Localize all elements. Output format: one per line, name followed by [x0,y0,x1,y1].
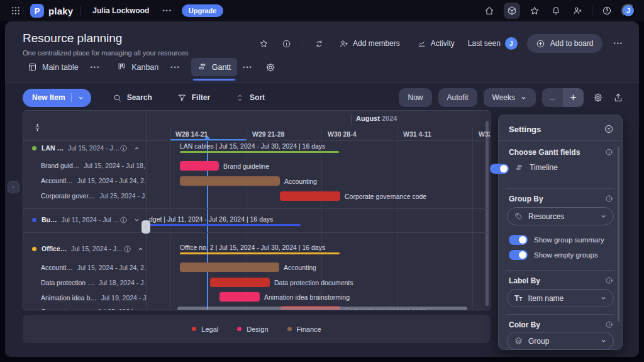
plaky-logo[interactable]: P plaky [30,4,73,18]
sync-button[interactable] [313,37,326,50]
kanban-menu-button[interactable]: ••• [169,62,182,72]
collapse-item-list-handle[interactable] [142,220,150,234]
vertical-scrollbar[interactable] [486,121,489,306]
group-row[interactable]: LAN … Jul 15, 2024 - J… [23,141,147,155]
board-menu-button[interactable]: ••• [612,38,625,48]
info-icon[interactable] [605,276,613,285]
add-members-label: Add members [353,39,400,48]
chevron-right-icon [12,184,15,191]
group-row[interactable]: Office… Jul 15, 2024 - J… [23,242,147,256]
zoom-in-button[interactable]: + [563,88,584,107]
chevron-up-icon[interactable] [133,145,140,152]
group-summary-bar[interactable] [180,151,339,153]
item-row[interactable]: Data protection … Jul 18, 2024 - J… [23,276,147,290]
info-icon[interactable] [119,216,128,224]
favorite-board-button[interactable] [257,37,270,50]
last-seen[interactable]: Last seen J [468,37,518,50]
user-avatar[interactable]: J [621,4,635,18]
gantt-bar[interactable] [180,161,219,171]
item-row[interactable]: Animation idea b… Jul 19, 2024 - J… [23,291,147,305]
settings-scrollbar[interactable] [618,147,619,322]
board-info-button[interactable] [280,37,293,50]
notifications-button[interactable] [549,4,563,18]
views-settings-button[interactable] [264,60,277,74]
filter-button[interactable]: Filter [174,93,214,103]
gantt-bar-label: Accounting [284,178,317,185]
item-row[interactable]: Accounti… Jul 15, 2024 - Jul 24, 2… [23,174,147,188]
info-icon[interactable] [605,148,613,156]
item-name: Brand guid… [41,162,79,169]
view-tabs: Main table ••• Kanban ••• Gantt ••• [21,58,277,76]
group-summary-bar[interactable] [147,224,301,226]
settings-title: Settings [509,125,541,134]
expand-sidebar-handle[interactable] [8,181,19,193]
activity-button[interactable]: Activity [413,38,458,49]
legend-label: Design [247,325,268,333]
export-button[interactable] [611,91,625,105]
tab-gantt[interactable]: Gantt [191,58,238,76]
group-color-dot [32,247,36,251]
info-icon[interactable] [119,144,128,152]
layers-icon [514,337,523,345]
timeline-field-toggle[interactable] [490,164,509,174]
chevron-up-icon[interactable] [137,246,144,252]
upgrade-button[interactable]: Upgrade [182,4,224,17]
item-row[interactable]: Corporate gover… Jul 25, 2024 - J… [23,189,147,203]
show-group-summary-row: Show group summary [509,235,604,245]
tab-main-table[interactable]: Main table [21,58,85,76]
close-settings-button[interactable] [602,122,616,136]
label-by-select[interactable]: TT Item name [507,289,614,307]
search-button[interactable]: Search [109,93,156,103]
item-dates: Jul 25, 2024 -… [97,308,144,310]
group-by-select[interactable]: Resources [507,207,614,225]
show-group-summary-toggle[interactable] [509,235,528,245]
info-icon[interactable] [605,195,613,203]
zoom-unit-select[interactable]: Weeks [484,88,536,107]
gantt-bar[interactable] [280,191,340,201]
home-button[interactable] [482,4,496,18]
horizontal-scrollbar[interactable] [177,307,467,310]
gantt-bar[interactable] [219,292,260,302]
board-header-controls: Add members Activity Last seen J Add to … [257,34,625,53]
gantt-bar[interactable] [210,278,270,287]
gantt-menu-button[interactable]: ••• [241,62,254,72]
person-plus-icon [572,6,582,16]
workspace-menu-button[interactable]: ••• [160,6,174,16]
show-empty-groups-row: Show empty groups [509,250,598,260]
apps-grid-button[interactable] [9,4,23,18]
show-empty-groups-toggle[interactable] [509,250,528,260]
add-to-board-button[interactable]: Add to board [527,34,602,53]
topbar-right: J [482,3,635,19]
item-row[interactable]: Brand guid… Jul 15, 2024 - Jul 18,… [23,159,147,173]
info-icon[interactable] [605,320,613,329]
group-row[interactable]: Bu… Jul 11, 2024 - Jul … [23,213,147,227]
expand-collapse-all-button[interactable] [31,121,44,134]
main-table-menu-button[interactable]: ••• [89,62,102,72]
help-button[interactable] [600,4,614,18]
new-item-button[interactable]: New Item [23,89,91,107]
group-summary-bar[interactable] [180,252,340,254]
add-members-button[interactable]: Add members [335,38,404,49]
gantt-settings-button[interactable] [591,91,605,105]
item-row[interactable]: Accounti… Jul 15, 2024 - Jul 24, 2… [23,261,147,274]
item-row[interactable]: Corporate gove… Jul 25, 2024 -… [23,305,147,310]
settings-panel: Settings Choose Gantt fields Timeline Gr… [498,115,623,350]
gantt-bar[interactable] [180,176,280,186]
workspace-switcher[interactable]: Julia Lockwood [89,6,153,16]
favorites-button[interactable] [528,4,541,18]
sync-icon [314,39,324,48]
boards-button[interactable] [504,3,520,19]
invite-members-button[interactable] [570,4,584,18]
info-icon[interactable] [123,245,131,253]
zoom-out-button[interactable]: – [542,88,563,107]
sort-button[interactable]: Sort [231,93,269,103]
color-by-select[interactable]: Group [507,332,614,350]
autofit-button[interactable]: Autofit [438,88,477,107]
page-subtitle: One centralized place for managing all y… [23,49,189,57]
item-dates: Jul 15, 2024 - Jul 24, 2… [77,177,147,184]
topbar-left: P plaky Julia Lockwood ••• Upgrade [9,4,223,18]
chevron-down-icon[interactable] [133,217,140,223]
now-button[interactable]: Now [399,88,431,107]
gantt-bar[interactable] [180,263,279,272]
tab-kanban[interactable]: Kanban [111,58,165,76]
